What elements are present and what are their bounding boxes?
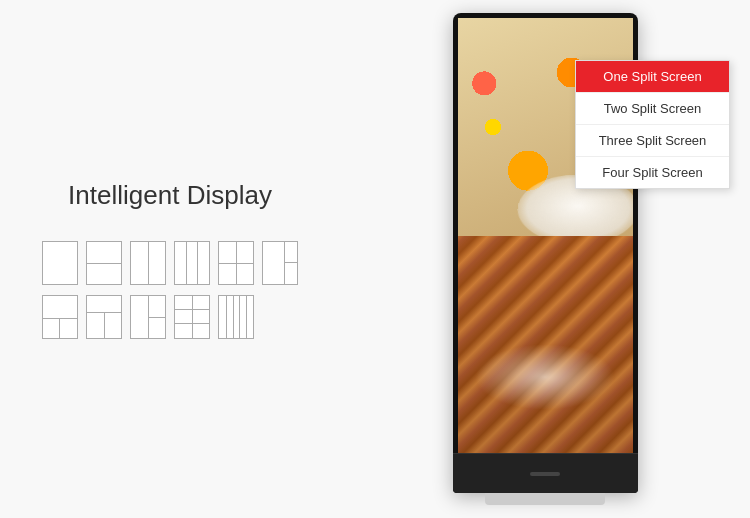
food-bottom-layer [458,236,633,454]
layout-icon-row-2 [42,295,298,339]
layout-icon-top-bottom[interactable] [86,295,122,339]
dropdown-item-one[interactable]: One Split Screen [576,61,729,93]
layout-icon-left-right-split[interactable] [130,295,166,339]
main-container: Intelligent Display [0,0,750,518]
device-footer [453,453,638,493]
dropdown-item-two[interactable]: Two Split Screen [576,93,729,125]
layout-icon-two-h[interactable] [86,241,122,285]
dropdown-item-three[interactable]: Three Split Screen [576,125,729,157]
left-panel: Intelligent Display [0,0,340,518]
layout-icon-row-1 [42,241,298,285]
layout-icon-multi-v[interactable] [218,295,254,339]
layout-icon-two-v[interactable] [130,241,166,285]
layout-icon-quad-split[interactable] [174,295,210,339]
layout-icon-single[interactable] [42,241,78,285]
screen-bottom-image [458,236,633,454]
split-screen-dropdown: One Split Screen Two Split Screen Three … [575,60,730,189]
page-title: Intelligent Display [68,180,272,211]
device-stand [485,493,605,505]
layout-icon-left-top[interactable] [42,295,78,339]
layout-icons-grid [42,241,298,339]
layout-icon-four-grid[interactable] [218,241,254,285]
layout-icon-right-big[interactable] [262,241,298,285]
device-button [530,472,560,476]
layout-icon-three-v[interactable] [174,241,210,285]
dropdown-item-four[interactable]: Four Split Screen [576,157,729,188]
right-panel: One Split Screen Two Split Screen Three … [340,0,750,518]
